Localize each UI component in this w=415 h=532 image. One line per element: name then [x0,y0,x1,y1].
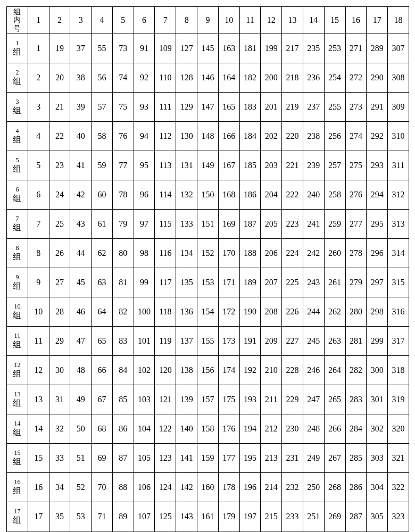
data-cell: 31 [49,385,70,414]
column-header: 17 [367,7,388,34]
row-header: 5组 [7,151,28,180]
data-cell: 174 [218,356,239,385]
data-cell: 280 [345,297,367,327]
data-cell: 244 [303,297,324,327]
data-cell: 182 [239,63,261,93]
data-cell: 161 [197,502,219,531]
data-cell: 269 [324,502,345,531]
data-cell: 149 [197,151,219,180]
data-cell: 262 [324,297,345,327]
column-header: 9 [197,7,219,34]
data-cell: 181 [239,34,261,63]
data-cell: 127 [176,34,197,63]
data-cell: 189 [239,268,261,297]
data-cell: 249 [303,444,324,473]
data-cell: 139 [176,385,197,414]
data-cell: 228 [282,356,303,385]
data-cell: 132 [176,180,197,210]
data-cell: 307 [388,34,409,63]
data-cell: 169 [218,210,239,239]
data-cell: 293 [367,151,388,180]
data-cell: 238 [303,122,324,151]
data-cell: 265 [324,385,345,414]
column-header: 16 [345,7,367,34]
data-cell: 312 [388,180,409,210]
data-cell: 56 [92,63,113,93]
data-cell: 276 [345,180,367,210]
data-cell: 188 [239,239,261,268]
data-cell: 141 [176,444,197,473]
column-header: 18 [388,7,409,34]
data-cell: 219 [282,93,303,122]
data-cell: 89 [112,502,134,531]
data-cell: 64 [92,297,113,327]
data-cell: 6 [28,180,49,210]
data-cell: 76 [112,122,134,151]
data-cell: 3 [28,93,49,122]
data-cell: 250 [303,473,324,502]
data-cell: 120 [155,356,176,385]
data-cell: 99 [134,268,155,297]
data-cell: 308 [388,63,409,93]
data-cell: 22 [49,122,70,151]
data-cell: 206 [261,239,282,268]
data-cell: 86 [112,414,134,444]
data-cell: 305 [367,502,388,531]
data-cell: 28 [49,297,70,327]
data-cell: 61 [92,210,113,239]
data-cell: 160 [197,473,219,502]
data-cell: 215 [261,502,282,531]
data-cell: 117 [155,268,176,297]
data-cell: 316 [388,297,409,327]
data-cell: 284 [345,414,367,444]
column-header: 14 [303,7,324,34]
data-cell: 239 [303,151,324,180]
data-cell: 103 [134,385,155,414]
data-cell: 231 [282,444,303,473]
data-cell: 314 [388,239,409,268]
data-cell: 259 [324,210,345,239]
row-header: 14组 [7,414,28,444]
data-cell: 95 [134,151,155,180]
data-cell: 100 [134,297,155,327]
data-cell: 313 [388,210,409,239]
data-cell: 101 [134,327,155,356]
data-cell: 278 [345,239,367,268]
data-cell: 82 [112,297,134,327]
data-cell: 112 [155,122,176,151]
data-cell: 151 [197,210,219,239]
data-cell: 98 [134,239,155,268]
data-cell: 85 [112,385,134,414]
data-cell: 78 [112,180,134,210]
column-header: 15 [324,7,345,34]
corner-header: 组内号 [7,7,28,34]
data-cell: 125 [155,502,176,531]
data-cell: 47 [70,327,92,356]
data-cell: 299 [367,327,388,356]
data-cell: 42 [70,180,92,210]
data-cell: 134 [176,239,197,268]
data-cell: 232 [282,473,303,502]
data-cell: 176 [218,414,239,444]
data-cell: 193 [239,385,261,414]
column-header: 11 [239,7,261,34]
data-cell: 7 [28,210,49,239]
data-cell: 74 [112,63,134,93]
data-cell: 142 [176,473,197,502]
data-cell: 207 [261,268,282,297]
data-cell: 290 [367,63,388,93]
row-header: 4组 [7,122,28,151]
data-cell: 71 [92,502,113,531]
data-cell: 70 [92,473,113,502]
data-cell: 81 [112,268,134,297]
data-cell: 177 [218,444,239,473]
data-cell: 212 [261,414,282,444]
data-cell: 243 [303,268,324,297]
data-cell: 281 [345,327,367,356]
column-header: 6 [134,7,155,34]
data-cell: 275 [345,151,367,180]
data-cell: 77 [112,151,134,180]
data-cell: 116 [155,239,176,268]
column-header: 2 [49,7,70,34]
data-cell: 62 [92,239,113,268]
